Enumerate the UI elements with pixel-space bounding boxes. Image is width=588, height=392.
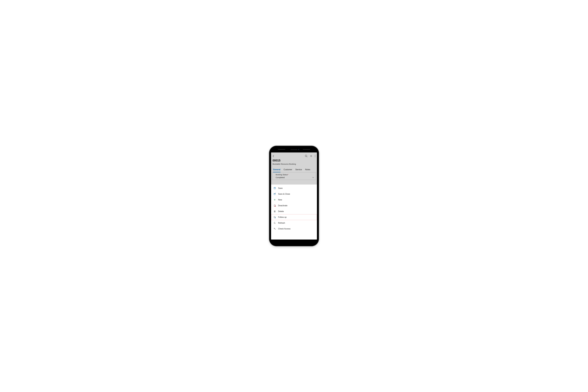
menu-item-label: Refresh (278, 222, 314, 224)
menu-item-save[interactable]: Save (271, 185, 317, 191)
menu-item-follow-up[interactable]: Follow up (271, 214, 317, 220)
refresh-icon (274, 222, 276, 224)
speaker-slit (278, 149, 285, 150)
menu-item-refresh[interactable]: Refresh (271, 220, 317, 226)
svg-line-25 (275, 229, 275, 230)
svg-point-22 (274, 228, 275, 229)
refresh-icon-wrap (273, 222, 276, 224)
menu-item-deactivate[interactable]: Deactivate (271, 203, 317, 208)
menu-item-delete[interactable]: Delete (271, 208, 317, 214)
delete-icon (274, 210, 276, 212)
new-icon-wrap (273, 198, 276, 201)
menu-item-label: Save (278, 187, 314, 189)
followup-icon (274, 216, 276, 218)
save-icon (274, 187, 276, 189)
phone-frame: 00015 Bookable Resource Booking GeneralC… (269, 146, 319, 246)
menu-item-label: Check Access (278, 228, 314, 230)
svg-rect-8 (274, 187, 275, 188)
action-sheet: SaveSave & CloseNewDeactivateDeleteFollo… (271, 184, 317, 240)
save-close-icon (274, 193, 276, 195)
save-icon-wrap (273, 187, 276, 190)
scrim[interactable] (271, 152, 317, 184)
menu-item-label: Save & Close (278, 193, 314, 195)
deactivate-icon-wrap (273, 204, 276, 207)
earpiece (291, 149, 297, 150)
svg-rect-11 (274, 194, 275, 194)
check-access-icon-wrap (273, 228, 276, 230)
deactivate-icon (274, 204, 276, 207)
followup-icon-wrap (273, 216, 276, 218)
menu-item-label: New (278, 199, 314, 201)
menu-item-check-access[interactable]: Check Access (271, 226, 317, 232)
menu: SaveSave & CloseNewDeactivateDeleteFollo… (271, 184, 317, 232)
save-close-icon-wrap (273, 193, 276, 195)
new-icon (274, 198, 276, 201)
phone-bezel: 00015 Bookable Resource Booking GeneralC… (271, 148, 317, 244)
menu-item-save-close[interactable]: Save & Close (271, 191, 317, 197)
menu-item-label: Delete (278, 210, 314, 212)
check-access-icon (274, 228, 276, 230)
delete-icon-wrap (273, 210, 276, 213)
front-camera (298, 149, 299, 150)
menu-item-label: Deactivate (278, 204, 314, 207)
speaker-slit (303, 149, 310, 150)
menu-item-label: Follow up (278, 216, 314, 218)
svg-rect-9 (274, 188, 275, 189)
menu-item-new[interactable]: New (271, 197, 317, 203)
screen: 00015 Bookable Resource Booking GeneralC… (271, 152, 317, 240)
